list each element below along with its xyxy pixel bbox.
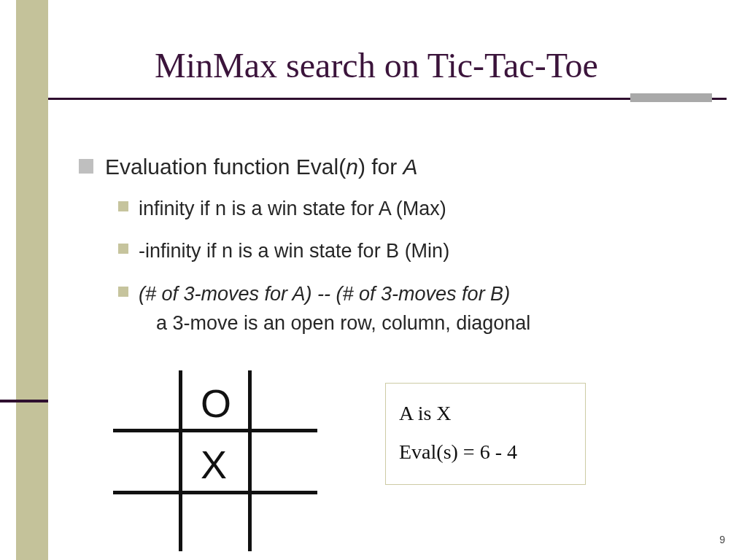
mark-O: O [201, 384, 231, 423]
mark-X: X [201, 445, 227, 484]
title-rule-accent [630, 93, 712, 102]
page-number: 9 [719, 534, 725, 545]
bullet-icon [118, 287, 128, 297]
bullet-sub-1-text: infinity if n is a win state for A (Max) [139, 194, 446, 224]
content-area: Evaluation function Eval(n) for A infini… [79, 153, 692, 351]
bullet-sub-3-italic: (# of 3-moves for A) -- (# of 3-moves fo… [139, 283, 510, 305]
board-line [248, 370, 252, 551]
slide-title: MinMax search on Tic-Tac-Toe [48, 45, 705, 85]
bullet-sub-3: (# of 3-moves for A) -- (# of 3-moves fo… [79, 279, 692, 338]
eval-var-A: A [403, 155, 418, 179]
bullet-sub-2: -infinity if n is a win state for B (Min… [79, 236, 692, 266]
bullet-sub-3-block: (# of 3-moves for A) -- (# of 3-moves fo… [139, 279, 530, 338]
eval-mid: ) for [358, 155, 403, 179]
title-rule [48, 98, 727, 100]
side-band [16, 0, 48, 560]
bullet-icon [118, 244, 128, 254]
bullet-sub-3-line2: a 3-move is an open row, column, diagona… [156, 308, 530, 338]
bullet-main: Evaluation function Eval(n) for A [79, 153, 692, 181]
eval-prefix: Evaluation function Eval( [105, 155, 346, 179]
bullet-main-text: Evaluation function Eval(n) for A [105, 153, 418, 181]
slide: MinMax search on Tic-Tac-Toe Evaluation … [0, 0, 747, 560]
evaluation-note: A is X Eval(s) = 6 - 4 [385, 383, 586, 485]
bullet-sub-1: infinity if n is a win state for A (Max) [79, 194, 692, 224]
eval-var-n: n [346, 155, 358, 179]
board-line [179, 370, 182, 551]
board-line [113, 491, 317, 494]
side-tick [0, 400, 48, 402]
bullet-sub-2-text: -infinity if n is a win state for B (Min… [139, 236, 449, 266]
bullet-icon [118, 201, 128, 211]
bullet-icon [79, 159, 93, 174]
tictactoe-board: O X [113, 370, 317, 553]
note-line-1: A is X [399, 394, 572, 432]
note-line-2: Eval(s) = 6 - 4 [399, 432, 572, 471]
board-line [113, 429, 317, 432]
